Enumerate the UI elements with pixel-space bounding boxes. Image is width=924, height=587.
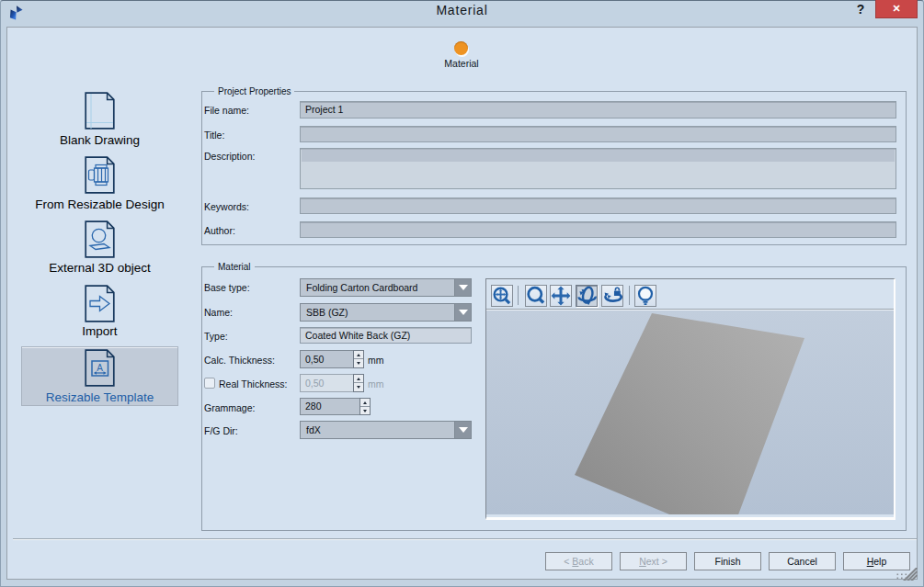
svg-text:A: A <box>97 363 103 373</box>
